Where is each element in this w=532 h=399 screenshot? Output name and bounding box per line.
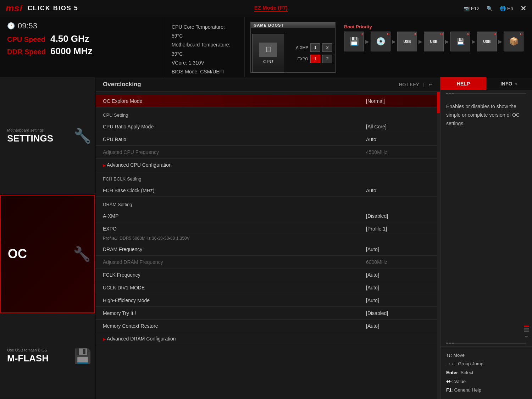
advanced-dram-config-name[interactable]: Advanced DRAM Configuration: [103, 336, 430, 342]
expo-profile2-button[interactable]: 2: [322, 55, 332, 63]
tab-info[interactable]: INFO ▼: [486, 77, 532, 90]
boot-device-2[interactable]: 💿 U: [371, 32, 390, 51]
advanced-cpu-config-row[interactable]: Advanced CPU Configuration: [96, 159, 437, 171]
sidebar-item-mflash[interactable]: Use USB to flash BIOS M-FLASH 💾: [0, 313, 95, 399]
tab-help[interactable]: HELP: [440, 77, 486, 90]
hdd-icon: 💾: [349, 37, 359, 46]
section-title: Overclocking: [103, 81, 141, 88]
fclk-freq-row[interactable]: FCLK Frequency [Auto]: [96, 268, 437, 281]
expo-profile1-button[interactable]: 1: [310, 55, 320, 63]
click-bios-label: CLICK BIOS 5: [28, 5, 78, 12]
sidebar-item-oc[interactable]: OC 🔧: [0, 195, 95, 313]
scroll-indicator-top: [524, 326, 529, 327]
memory-try-it-value: [Disabled]: [366, 310, 430, 316]
cpu-button-label: CPU: [263, 59, 273, 64]
fch-bclk-label: FCH BCLK Setting: [103, 176, 430, 182]
key-general-help: F1: General Help: [446, 386, 526, 395]
cpu-ratio-apply-mode-value: [All Core]: [366, 124, 430, 129]
ddr-speed-value: 6000 MHz: [50, 46, 93, 57]
adjusted-cpu-freq-value: 4500MHz: [366, 149, 430, 155]
ddr-speed-label: DDR Speed: [7, 48, 46, 56]
boot-device-6[interactable]: USB U: [477, 32, 497, 51]
screenshot-button[interactable]: 📷 F12: [464, 6, 480, 11]
memory-try-it-row[interactable]: Memory Try It ! [Disabled]: [96, 307, 437, 320]
sidebar-item-settings[interactable]: Motherboard settings SETTINGS 🔧: [0, 77, 95, 195]
dram-freq-name: DRAM Frequency: [103, 246, 366, 252]
info-right: GAME BOOST 🖥 CPU A-XMP 1 2: [245, 17, 532, 77]
boot-arrow-3: ▶: [419, 39, 422, 44]
system-info-panel: CPU Core Temperature: 59°C Motherboard T…: [163, 17, 245, 77]
advanced-dram-config-row[interactable]: Advanced DRAM Configuration: [96, 332, 437, 345]
cpu-ratio-row[interactable]: CPU Ratio Auto: [96, 133, 437, 146]
memory-try-it-name: Memory Try It !: [103, 310, 366, 316]
scrollbar-thumb[interactable]: [437, 92, 440, 113]
top-bar: msi CLICK BIOS 5 EZ Mode (F7) 📷 F12 🔍 🌐 …: [0, 0, 532, 17]
close-button[interactable]: ✕: [520, 4, 526, 13]
cd-icon: 💿: [376, 37, 386, 46]
high-efficiency-row[interactable]: High-Efficiency Mode [Auto]: [96, 294, 437, 307]
axmp-row[interactable]: A-XMP [Disabled]: [96, 210, 437, 222]
boot-device-5[interactable]: 💾 U: [450, 32, 470, 51]
memory-context-restore-value: [Auto]: [366, 323, 430, 329]
boot-device-3[interactable]: USB U: [397, 32, 417, 51]
msi-logo: msi: [6, 3, 23, 14]
main-layout: Motherboard settings SETTINGS 🔧 OC 🔧 Use…: [0, 77, 532, 399]
advanced-cpu-config-name[interactable]: Advanced CPU Configuration: [103, 162, 430, 168]
magnify-icon: 🔍: [487, 6, 493, 11]
adjusted-cpu-freq-row: Adjusted CPU Frequency 4500MHz: [96, 146, 437, 159]
mflash-title: M-FLASH: [7, 353, 49, 364]
fclk-freq-name: FCLK Frequency: [103, 272, 366, 278]
search-button[interactable]: 🔍: [487, 6, 493, 11]
cpu-boost-button[interactable]: 🖥 CPU: [252, 34, 284, 73]
settings-subtitle: Motherboard settings: [7, 128, 44, 132]
help-panel: HELP INFO ▼ Enables or disables to show …: [440, 77, 532, 399]
usb3-icon: USB: [483, 40, 491, 44]
uclk-div1-row[interactable]: UCLK DIV1 MODE [Auto]: [96, 281, 437, 294]
boot-devices: 💾 U ▶ 💿 U ▶ USB U ▶ USB: [344, 32, 523, 51]
expo-profile-info: Profile1: DDR5 6000MHz 36-38-38-80 1.350…: [96, 235, 437, 243]
scroll-indicator-mid: [524, 328, 529, 329]
cpu-setting-section: CPU Setting: [96, 107, 437, 120]
help-divider-bottom: [446, 343, 526, 344]
axmp-profile2-button[interactable]: 2: [322, 43, 332, 52]
expo-row[interactable]: EXPO [Profile 1]: [96, 222, 437, 235]
ez-mode-button[interactable]: EZ Mode (F7): [254, 5, 288, 12]
key-value: +/-: Value: [446, 377, 526, 386]
bios-mode: BIOS Mode: CSM/UEFI: [172, 67, 236, 76]
scrollbar-track[interactable]: [437, 92, 440, 399]
top-center: EZ Mode (F7): [254, 5, 288, 12]
oc-wrench-icon: 🔧: [73, 246, 91, 262]
fch-base-clock-row[interactable]: FCH Base Clock (MHz) Auto: [96, 184, 437, 197]
key-move: ↑↓: Move: [446, 351, 526, 360]
axmp-profile1-button[interactable]: 1: [310, 43, 320, 52]
top-icons: 📷 F12 🔍 🌐 En ✕: [464, 4, 526, 13]
help-tabs: HELP INFO ▼: [440, 77, 532, 90]
boot-device-7[interactable]: 📦 U: [504, 32, 523, 51]
usb1-icon: USB: [403, 40, 411, 44]
hot-key-area: HOT KEY | ↩: [399, 82, 433, 87]
info-tab-arrow: ▼: [514, 82, 518, 86]
globe-icon: 🌐: [500, 6, 506, 11]
mb-temp: Motherboard Temperature: 39°C: [172, 40, 236, 58]
boot-device-1[interactable]: 💾 U: [344, 32, 364, 51]
fch-bclk-section: FCH BCLK Setting: [96, 171, 437, 184]
expo-row-name: EXPO: [103, 226, 366, 232]
cpu-temp: CPU Core Temperature: 59°C: [172, 23, 236, 40]
hot-key-label: HOT KEY: [399, 82, 419, 87]
vcore: VCore: 1.310V: [172, 59, 236, 67]
high-efficiency-name: High-Efficiency Mode: [103, 298, 366, 303]
adjusted-dram-freq-row: Adjusted DRAM Frequency 6000MHz: [96, 256, 437, 268]
boot-device-4[interactable]: USB U: [424, 32, 444, 51]
cpu-ratio-apply-mode-name: CPU Ratio Apply Mode: [103, 124, 366, 129]
fclk-freq-value: [Auto]: [366, 272, 430, 278]
oc-title: OC: [8, 246, 27, 261]
back-icon[interactable]: ↩: [429, 82, 433, 87]
oc-explore-mode-row[interactable]: OC Explore Mode [Normal]: [96, 95, 437, 107]
profile-section: A-XMP 1 2 EXPO 1 2: [286, 42, 334, 65]
language-button[interactable]: 🌐 En: [500, 6, 513, 11]
memory-context-restore-row[interactable]: Memory Context Restore [Auto]: [96, 320, 437, 332]
oc-explore-mode-value: [Normal]: [366, 98, 430, 104]
cpu-ratio-apply-mode-row[interactable]: CPU Ratio Apply Mode [All Core]: [96, 120, 437, 133]
boot-priority-label: Boot Priority: [344, 24, 523, 29]
dram-freq-row[interactable]: DRAM Frequency [Auto]: [96, 243, 437, 256]
